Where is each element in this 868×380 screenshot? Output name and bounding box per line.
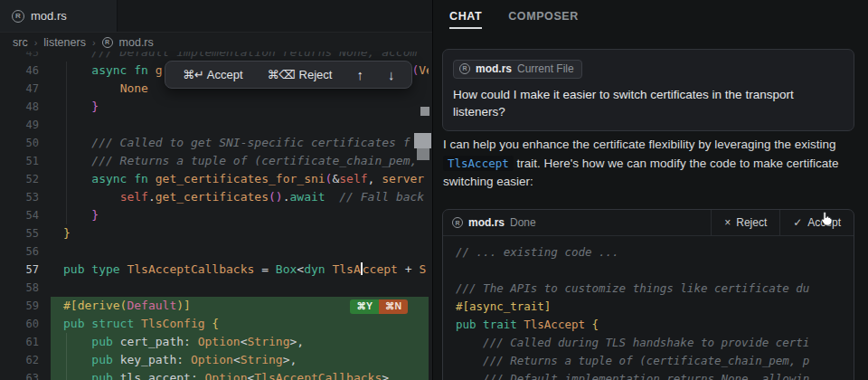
- chevron-right-icon: ›: [34, 37, 38, 48]
- rust-file-icon: R: [102, 37, 113, 48]
- code-line: /// Returns a tuple of (certificate_chai…: [443, 352, 854, 370]
- code-line: 55}: [0, 224, 433, 242]
- code-line: /// The APIs to customize things like ce…: [443, 280, 854, 298]
- code-line: 62 pub key_path: Option<String>,: [0, 351, 433, 369]
- editor-tab-bar: R mod.rs: [0, 0, 432, 33]
- code-block-file-name: mod.rs: [468, 216, 505, 229]
- arrow-up-icon[interactable]: ↑: [356, 67, 363, 82]
- code-line: 56: [0, 242, 433, 261]
- line-number: 48: [0, 98, 51, 116]
- chat-panel: CHAT COMPOSER R mod.rs Current File How …: [434, 0, 868, 380]
- breadcrumb-file[interactable]: mod.rs: [119, 36, 154, 49]
- line-number: 61: [0, 333, 51, 351]
- code-line: 61 pub cert_path: Option<String>,: [0, 333, 433, 351]
- accept-button[interactable]: ✓ Accept: [779, 210, 854, 235]
- line-number: 63: [0, 369, 51, 380]
- reject-button-label: Reject: [736, 216, 767, 229]
- line-number: 62: [0, 351, 51, 369]
- code-line: 50 /// Called to get SNI-specific certif…: [0, 134, 433, 152]
- arrow-down-icon[interactable]: ↓: [388, 67, 395, 82]
- current-file-chip[interactable]: R mod.rs Current File: [453, 60, 582, 79]
- chat-tab-bar: CHAT COMPOSER: [434, 0, 868, 29]
- code-line: /// Called during TLS handshake to provi…: [443, 334, 854, 352]
- breadcrumb-src[interactable]: src: [13, 36, 28, 49]
- code-line: 51 /// Returns a tuple of (certificate_c…: [0, 152, 433, 170]
- rust-file-icon: R: [452, 217, 463, 228]
- tab-chat[interactable]: CHAT: [449, 10, 482, 29]
- code-block-status: Done: [510, 216, 536, 229]
- scrollbar-mark[interactable]: [417, 148, 429, 160]
- tab-mod-rs[interactable]: R mod.rs: [0, 0, 118, 32]
- breadcrumb-listeners[interactable]: listeners: [43, 36, 86, 49]
- line-number: 60: [0, 315, 51, 333]
- chevron-right-icon: ›: [92, 37, 96, 48]
- code-line: // ... existing code ...: [443, 243, 854, 261]
- code-line: /// Default implementation returns None,…: [443, 370, 854, 380]
- line-number: 56: [0, 242, 51, 261]
- line-number: 46: [0, 62, 51, 80]
- scrollbar-mark[interactable]: [420, 107, 429, 116]
- rust-file-icon: R: [12, 10, 24, 23]
- response-part1: I can help you enhance the certificate f…: [443, 138, 836, 151]
- line-number: 49: [0, 116, 51, 134]
- close-icon: ×: [724, 216, 731, 229]
- chip-file-meta: Current File: [517, 62, 574, 75]
- code-editor[interactable]: 45 /// Default implementation returns No…: [0, 43, 433, 380]
- indent-guide: [66, 62, 67, 224]
- code-line: pub trait TlsAccept {: [443, 316, 854, 334]
- line-number: 58: [0, 279, 51, 297]
- code-line: 60pub struct TlsConfig {: [0, 315, 433, 333]
- reject-button[interactable]: × Reject: [711, 210, 779, 235]
- reject-diff-badge[interactable]: ⌘N: [379, 299, 408, 314]
- breadcrumb[interactable]: src › listeners › R mod.rs: [0, 33, 433, 52]
- user-message-card: R mod.rs Current File How could I make i…: [442, 49, 854, 131]
- code-block-header: R mod.rs Done × Reject ✓ Accept: [443, 210, 854, 236]
- chip-file-name: mod.rs: [476, 62, 512, 75]
- check-icon: ✓: [793, 216, 802, 229]
- assistant-response-text: I can help you enhance the certificate f…: [443, 136, 861, 192]
- diff-shortcut-badges: ⌘Y ⌘N: [350, 299, 408, 314]
- code-line: 58: [0, 279, 433, 297]
- line-number: 53: [0, 188, 51, 206]
- rust-file-icon: R: [459, 63, 470, 74]
- inline-code-tlsaccept: TlsAccept: [443, 156, 514, 171]
- line-number: 51: [0, 152, 51, 170]
- line-number: 57: [0, 261, 51, 279]
- reject-suggestion-button[interactable]: ⌘⌫ Reject: [268, 68, 333, 81]
- accept-suggestion-button[interactable]: ⌘↵ Accept: [183, 68, 243, 81]
- code-line: 48 }: [0, 98, 433, 116]
- suggested-code-block: R mod.rs Done × Reject ✓ Accept // ... e…: [442, 209, 854, 380]
- tab-composer[interactable]: COMPOSER: [508, 10, 579, 29]
- user-message-text: How could I make it easier to switch cer…: [453, 86, 844, 120]
- inline-diff-toolbar: ⌘↵ Accept ⌘⌫ Reject ↑ ↓: [165, 61, 412, 89]
- code-line: 53 self.get_certificates().await // Fall…: [0, 188, 433, 206]
- accept-diff-badge[interactable]: ⌘Y: [350, 299, 379, 314]
- scrollbar-mark[interactable]: [414, 133, 431, 148]
- line-number: 59: [0, 297, 51, 315]
- tab-label: mod.rs: [31, 9, 67, 23]
- code-line: 49: [0, 116, 433, 134]
- code-line: #[async_trait]: [443, 298, 854, 316]
- code-line: 57pub type TlsAcceptCallbacks = Box<dyn …: [0, 261, 433, 279]
- mouse-cursor-hand-icon: [818, 211, 835, 232]
- code-line: 52 async fn get_certificates_for_sni(&se…: [0, 170, 433, 188]
- line-number: 52: [0, 170, 51, 188]
- code-line: [443, 261, 854, 280]
- line-number: 54: [0, 206, 51, 224]
- indent-guide: [66, 333, 67, 380]
- line-number: 55: [0, 224, 51, 242]
- code-line: 63 pub tls_accept: Option<TlsAcceptCallb…: [0, 369, 433, 380]
- line-number: 50: [0, 134, 51, 152]
- line-number: 47: [0, 80, 51, 98]
- editor-pane: R mod.rs src › listeners › R mod.rs 45 /…: [0, 0, 433, 380]
- code-line: 54 }: [0, 206, 433, 224]
- code-block-body: // ... existing code .../// The APIs to …: [443, 236, 854, 380]
